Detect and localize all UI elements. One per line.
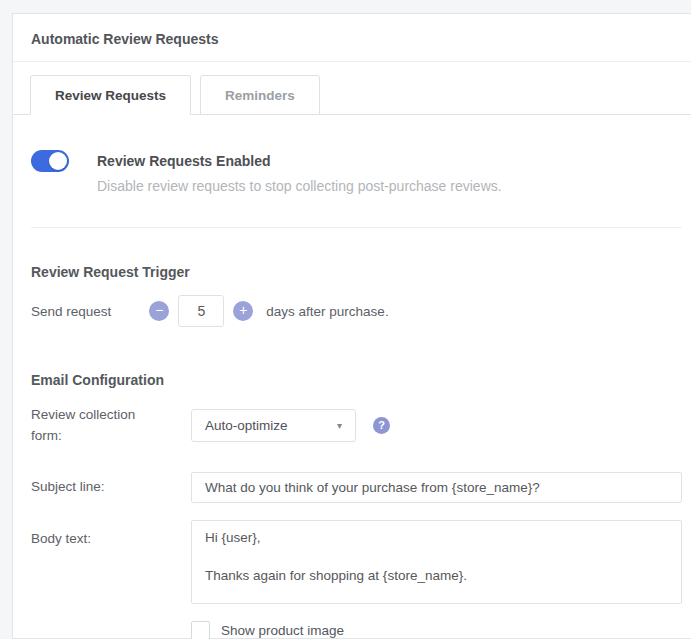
send-request-label: Send request bbox=[31, 304, 111, 319]
chevron-down-icon: ▾ bbox=[337, 420, 342, 431]
toggle-label: Review Requests Enabled bbox=[97, 150, 502, 169]
review-collection-form-field: Auto-optimize ▾ ? bbox=[191, 409, 682, 442]
toggle-description: Disable review requests to stop collecti… bbox=[97, 178, 502, 194]
section-divider bbox=[31, 227, 682, 228]
tab-review-requests[interactable]: Review Requests bbox=[30, 75, 191, 115]
tab-bar: Review Requests Reminders bbox=[13, 75, 691, 115]
review-collection-form-label: Review collection form: bbox=[31, 405, 191, 447]
subject-line-label: Subject line: bbox=[31, 477, 191, 498]
help-icon[interactable]: ? bbox=[373, 417, 390, 434]
body-text-label: Body text: bbox=[31, 520, 191, 550]
review-requests-enabled-toggle[interactable] bbox=[31, 150, 69, 172]
tab-content: Review Requests Enabled Disable review r… bbox=[13, 150, 691, 639]
toggle-knob-icon bbox=[49, 152, 67, 170]
decrement-days-button[interactable]: − bbox=[149, 301, 169, 321]
subject-line-row: Subject line: bbox=[31, 472, 682, 503]
email-section-heading: Email Configuration bbox=[31, 372, 682, 388]
send-request-row: Send request − + days after purchase. bbox=[31, 295, 682, 327]
days-input[interactable] bbox=[178, 295, 224, 327]
trigger-section-heading: Review Request Trigger bbox=[31, 264, 682, 280]
review-requests-enabled-row: Review Requests Enabled Disable review r… bbox=[31, 150, 682, 194]
toggle-text-block: Review Requests Enabled Disable review r… bbox=[97, 150, 502, 194]
show-product-image-checkbox[interactable] bbox=[191, 621, 210, 639]
review-form-select-value: Auto-optimize bbox=[205, 418, 288, 433]
review-form-select[interactable]: Auto-optimize ▾ bbox=[191, 409, 356, 442]
review-collection-form-row: Review collection form: Auto-optimize ▾ … bbox=[31, 405, 682, 447]
days-after-purchase-label: days after purchase. bbox=[266, 304, 388, 319]
increment-days-button[interactable]: + bbox=[233, 301, 253, 321]
subject-line-input[interactable] bbox=[191, 472, 682, 503]
tab-reminders[interactable]: Reminders bbox=[200, 75, 320, 115]
body-text-textarea[interactable]: Hi {user}, Thanks again for shopping at … bbox=[191, 520, 682, 604]
panel-title: Automatic Review Requests bbox=[13, 14, 691, 62]
settings-panel: Automatic Review Requests Review Request… bbox=[12, 13, 691, 639]
show-product-image-row: Show product image bbox=[191, 621, 682, 639]
show-product-image-label: Show product image bbox=[221, 623, 344, 638]
body-text-row: Body text: Hi {user}, Thanks again for s… bbox=[31, 520, 682, 604]
